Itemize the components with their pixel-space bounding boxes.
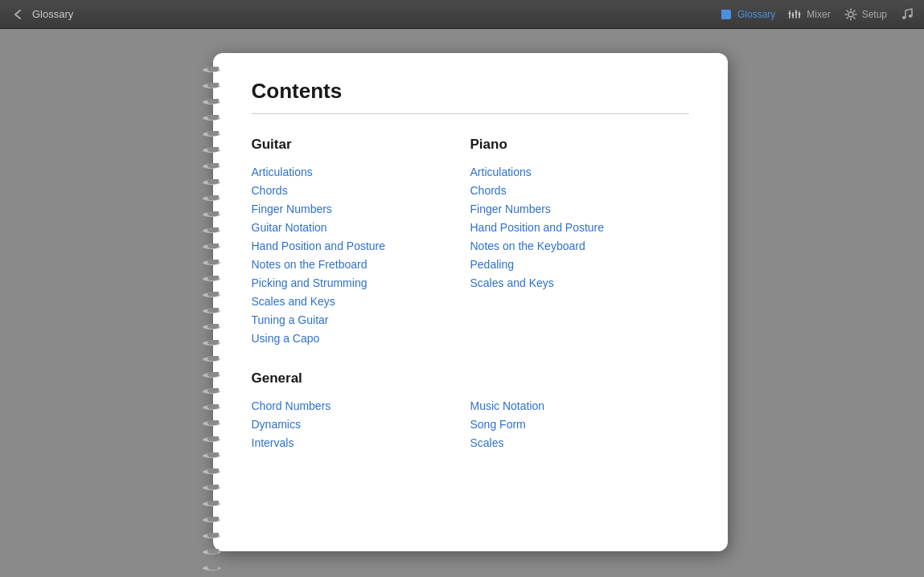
- spiral-ring: [203, 148, 220, 153]
- general-links-grid: Chord Numbers Dynamics Intervals Music N…: [252, 399, 689, 449]
- general-links-col2: Music Notation Song Form Scales: [470, 399, 689, 449]
- general-link-chord-numbers[interactable]: Chord Numbers: [252, 399, 470, 412]
- svg-rect-8: [792, 14, 795, 16]
- topbar-right: Glossary Mixer: [719, 7, 914, 22]
- spiral-ring: [203, 116, 220, 121]
- general-link-intervals[interactable]: Intervals: [252, 436, 470, 449]
- guitar-link-finger-numbers[interactable]: Finger Numbers: [252, 203, 470, 215]
- sections-grid: Guitar Articulations Chords Finger Numbe…: [252, 137, 689, 475]
- piano-heading: Piano: [470, 137, 689, 153]
- svg-rect-9: [795, 12, 798, 14]
- back-button[interactable]: [10, 6, 26, 23]
- topbar-left: Glossary: [10, 6, 73, 23]
- nav-glossary[interactable]: Glossary: [719, 7, 775, 22]
- general-links-col1: Chord Numbers Dynamics Intervals: [252, 399, 470, 449]
- svg-point-12: [902, 16, 906, 19]
- spiral-ring: [203, 485, 220, 490]
- spiral-ring: [203, 212, 220, 217]
- main-area: Contents Guitar Articulations Chords Fin…: [0, 29, 924, 577]
- nav-setup[interactable]: Setup: [844, 7, 887, 22]
- spiral-ring: [203, 164, 220, 169]
- svg-point-11: [848, 12, 853, 17]
- spiral-ring: [203, 469, 220, 474]
- spiral-ring: [203, 100, 220, 104]
- piano-link-pedaling[interactable]: Pedaling: [470, 258, 689, 271]
- title-divider: [252, 113, 689, 114]
- general-section: General Chord Numbers Dynamics Intervals…: [252, 370, 689, 449]
- piano-link-scales-keys[interactable]: Scales and Keys: [470, 276, 689, 289]
- spiral-ring: [203, 437, 220, 442]
- piano-link-notes-keyboard[interactable]: Notes on the Keyboard: [470, 239, 689, 252]
- page-title: Contents: [252, 79, 689, 104]
- spiral-ring: [203, 405, 220, 410]
- spiral-ring: [203, 260, 220, 265]
- guitar-links: Articulations Chords Finger Numbers Guit…: [252, 166, 470, 345]
- svg-rect-2: [723, 16, 726, 17]
- spiral-ring: [203, 421, 220, 426]
- guitar-link-scales-keys[interactable]: Scales and Keys: [252, 295, 470, 308]
- spiral-ring: [203, 68, 220, 72]
- glossary-icon: [719, 7, 733, 22]
- spiral-ring: [203, 196, 220, 201]
- spiral-ring: [203, 244, 220, 249]
- guitar-link-articulations[interactable]: Articulations: [252, 166, 470, 178]
- notebook-wrapper: Contents Guitar Articulations Chords Fin…: [197, 53, 728, 551]
- svg-rect-0: [723, 12, 728, 13]
- spiral-ring: [203, 180, 220, 185]
- svg-point-13: [909, 14, 912, 18]
- guitar-link-tuning[interactable]: Tuning a Guitar: [252, 313, 470, 326]
- piano-links: Articulations Chords Finger Numbers Hand…: [470, 166, 689, 289]
- piano-link-hand-position[interactable]: Hand Position and Posture: [470, 221, 689, 234]
- general-link-scales[interactable]: Scales: [470, 436, 689, 449]
- nav-glossary-label: Glossary: [737, 9, 775, 20]
- nav-mixer-label: Mixer: [807, 9, 830, 20]
- app-title: Glossary: [32, 8, 73, 20]
- spiral-ring: [203, 550, 220, 554]
- notebook-page: Contents Guitar Articulations Chords Fin…: [213, 53, 728, 551]
- topbar: Glossary Glossary: [0, 0, 924, 29]
- nav-setup-label: Setup: [862, 9, 887, 20]
- guitar-link-hand-position[interactable]: Hand Position and Posture: [252, 239, 470, 252]
- guitar-heading: Guitar: [252, 137, 470, 153]
- svg-rect-5: [795, 10, 797, 18]
- spiral-ring: [203, 228, 220, 233]
- mixer-icon: [788, 7, 803, 22]
- svg-rect-3: [789, 10, 791, 18]
- svg-rect-1: [723, 14, 728, 14]
- nav-music[interactable]: [900, 7, 914, 22]
- spiral-ring: [203, 357, 220, 362]
- piano-link-articulations[interactable]: Articulations: [470, 166, 689, 178]
- guitar-link-capo[interactable]: Using a Capo: [252, 332, 470, 345]
- music-icon: [900, 7, 914, 22]
- setup-icon: [844, 7, 858, 22]
- spiral-ring: [203, 293, 220, 297]
- spiral-ring: [203, 132, 220, 137]
- general-link-music-notation[interactable]: Music Notation: [470, 399, 689, 412]
- guitar-section: Guitar Articulations Chords Finger Numbe…: [252, 137, 470, 345]
- guitar-link-picking[interactable]: Picking and Strumming: [252, 276, 470, 289]
- spiral-ring: [203, 276, 220, 281]
- nav-mixer[interactable]: Mixer: [788, 7, 830, 22]
- spiral-ring: [203, 534, 220, 538]
- guitar-link-guitar-notation[interactable]: Guitar Notation: [252, 221, 470, 234]
- spiral-ring: [203, 84, 220, 88]
- guitar-link-notes-fretboard[interactable]: Notes on the Fretboard: [252, 258, 470, 271]
- spiral-ring: [203, 453, 220, 458]
- piano-link-chords[interactable]: Chords: [470, 184, 689, 197]
- piano-link-finger-numbers[interactable]: Finger Numbers: [470, 203, 689, 215]
- spiral-ring: [203, 341, 220, 346]
- svg-rect-10: [799, 14, 801, 15]
- general-link-song-form[interactable]: Song Form: [470, 418, 689, 431]
- guitar-link-chords[interactable]: Chords: [252, 184, 470, 197]
- spiral-ring: [203, 309, 220, 313]
- spiral-binding: [197, 53, 226, 551]
- spiral-ring: [203, 566, 220, 571]
- spiral-ring: [203, 501, 220, 506]
- piano-section: Piano Articulations Chords Finger Number…: [470, 137, 689, 345]
- spiral-ring: [203, 325, 220, 329]
- general-heading: General: [252, 370, 689, 387]
- svg-rect-7: [789, 13, 791, 14]
- spiral-ring: [203, 389, 220, 394]
- general-link-dynamics[interactable]: Dynamics: [252, 418, 470, 431]
- spiral-ring: [203, 373, 220, 378]
